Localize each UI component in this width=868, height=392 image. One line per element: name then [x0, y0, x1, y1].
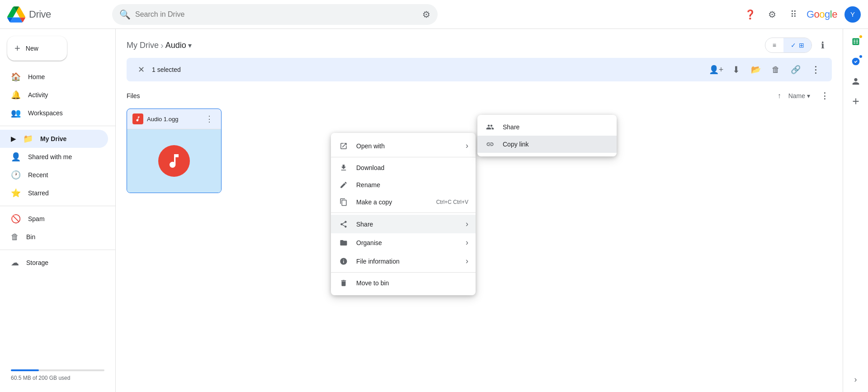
sidebar-item-storage-label: Storage [26, 259, 48, 266]
apps-button[interactable]: ⠿ [785, 5, 803, 24]
delete-icon: 🗑 [772, 65, 780, 75]
delete-button[interactable]: 🗑 [767, 61, 785, 79]
breadcrumb-parent[interactable]: My Drive [127, 41, 159, 50]
files-more-options-button[interactable]: ⋮ [817, 89, 832, 103]
submenu-copy-link-label: Copy link [503, 141, 529, 148]
context-menu-move-to-bin[interactable]: Move to bin [331, 274, 476, 292]
download-label: Download [356, 164, 468, 171]
search-icon: 🔍 [119, 9, 131, 20]
context-menu-open-with[interactable]: Open with › [331, 137, 476, 155]
deselect-button[interactable]: ✕ [134, 62, 148, 77]
sort-by-name-button[interactable]: Name ▾ [785, 90, 814, 101]
selection-actions: 👤+ ⬇ 📂 🗑 🔗 ⋮ [707, 61, 825, 79]
file-info-arrow-icon: › [466, 256, 468, 266]
settings-button[interactable]: ⚙ [763, 5, 781, 24]
download-icon [338, 164, 349, 172]
breadcrumb-dropdown-icon[interactable]: ▾ [188, 41, 192, 50]
sidebar-item-recent[interactable]: 🕐 Recent [0, 166, 108, 184]
chevron-right-icon: › [854, 375, 857, 384]
breadcrumb-current[interactable]: Audio ▾ [165, 41, 192, 50]
sidebar-item-home[interactable]: 🏠 Home [0, 68, 108, 86]
submenu-share[interactable]: Share [477, 118, 617, 136]
file-card-audio1[interactable]: Audio 1.ogg ⋮ [127, 109, 222, 193]
contacts-panel-button[interactable] [847, 72, 865, 90]
files-more-icon: ⋮ [821, 91, 829, 101]
copy-link-button[interactable]: 🔗 [787, 61, 805, 79]
open-with-icon [338, 142, 349, 150]
storage-bar-fill [11, 369, 39, 371]
audio-thumbnail-icon [158, 145, 190, 177]
file-more-button[interactable]: ⋮ [203, 113, 216, 125]
submenu-copy-link[interactable]: Copy link [477, 136, 617, 153]
help-button[interactable]: ❓ [741, 5, 760, 24]
sheets-panel-button[interactable] [847, 33, 865, 51]
share-label: Share [356, 221, 458, 228]
sidebar-divider-1 [0, 126, 115, 126]
organise-arrow-icon: › [466, 238, 468, 247]
menu-divider-3 [331, 272, 476, 273]
search-input[interactable] [135, 10, 418, 19]
spam-icon: 🚫 [11, 214, 21, 224]
storage-icon: ☁ [11, 258, 19, 268]
download-icon: ⬇ [732, 64, 740, 75]
storage-text: 60.5 MB of 200 GB used [11, 375, 104, 381]
sidebar-divider-3 [0, 250, 115, 250]
share-arrow-icon: › [466, 219, 468, 229]
right-panel-expand-button[interactable]: › [847, 370, 865, 388]
context-menu-file-info[interactable]: File information › [331, 252, 476, 270]
sidebar-item-spam[interactable]: 🚫 Spam [0, 210, 108, 228]
sort-direction-icon: ↑ [778, 92, 781, 100]
google-logo: Google [807, 9, 837, 20]
open-with-label: Open with [356, 142, 458, 150]
sidebar-item-bin[interactable]: 🗑 Bin [0, 228, 108, 246]
search-filter-icon[interactable]: ⚙ [422, 9, 430, 20]
context-menu-download[interactable]: Download [331, 159, 476, 176]
file-card-header: Audio 1.ogg ⋮ [127, 109, 221, 129]
context-menu-organise[interactable]: Organise › [331, 233, 476, 252]
grid-view-check-icon: ✓ [791, 42, 796, 49]
share-people-button[interactable]: 👤+ [707, 61, 725, 79]
user-avatar[interactable]: Y [844, 6, 861, 23]
share-icon [338, 220, 349, 228]
file-more-icon: ⋮ [205, 114, 213, 124]
sidebar-item-workspaces[interactable]: 👥 Workspaces [0, 104, 108, 122]
context-menu-rename[interactable]: Rename [331, 176, 476, 194]
sheets-badge [859, 34, 863, 39]
sidebar-item-bin-label: Bin [26, 233, 35, 241]
search-bar[interactable]: 🔍 ⚙ [112, 4, 438, 25]
sidebar-item-my-drive[interactable]: ▶ 📁 My Drive [0, 130, 108, 148]
download-button[interactable]: ⬇ [727, 61, 745, 79]
rename-icon [338, 181, 349, 189]
more-actions-button[interactable]: ⋮ [807, 61, 825, 79]
new-button[interactable]: + New [7, 36, 67, 61]
file-info-icon [338, 257, 349, 265]
main-layout: + New 🏠 Home 🔔 Activity 👥 Workspaces ▶ 📁… [0, 29, 868, 392]
submenu-share-icon [485, 123, 495, 131]
folder-move-icon: 📂 [751, 65, 761, 75]
info-button[interactable]: ℹ [814, 36, 832, 54]
logo[interactable]: Drive [7, 5, 107, 24]
grid-view-button[interactable]: ✓ ⊞ [783, 38, 811, 52]
context-menu-make-copy[interactable]: Make a copy Ctrl+C Ctrl+V [331, 194, 476, 211]
tasks-panel-button[interactable] [847, 52, 865, 71]
sort-label: Name [788, 92, 805, 99]
sidebar-item-recent-label: Recent [28, 171, 48, 179]
sidebar-item-starred[interactable]: ⭐ Starred [0, 184, 108, 202]
sidebar-item-shared-with-me-label: Shared with me [28, 153, 72, 161]
list-view-icon: ≡ [773, 42, 776, 49]
move-to-folder-button[interactable]: 📂 [747, 61, 765, 79]
sidebar-item-shared-with-me[interactable]: 👤 Shared with me [0, 148, 108, 166]
tasks-badge [859, 54, 863, 59]
svg-rect-6 [856, 43, 858, 44]
sidebar-item-storage[interactable]: ☁ Storage [0, 254, 108, 272]
make-copy-icon [338, 198, 349, 206]
breadcrumb: My Drive › Audio ▾ [127, 40, 192, 51]
list-view-button[interactable]: ≡ [765, 38, 783, 52]
svg-rect-5 [854, 43, 855, 44]
add-panel-button[interactable] [847, 92, 865, 110]
sidebar-item-my-drive-label: My Drive [40, 135, 66, 142]
context-menu-share[interactable]: Share › [331, 215, 476, 233]
workspaces-icon: 👥 [11, 108, 21, 118]
sidebar-item-activity[interactable]: 🔔 Activity [0, 86, 108, 104]
svg-rect-0 [852, 38, 859, 45]
